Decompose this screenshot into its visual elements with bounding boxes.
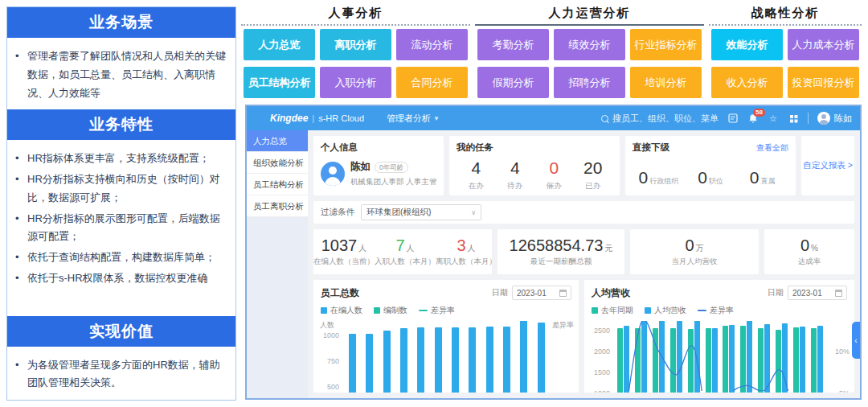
- task-label: 待办: [496, 181, 535, 191]
- collapse-drawer-handle[interactable]: ‹: [852, 322, 860, 359]
- bar-group[interactable]: [706, 328, 718, 393]
- global-search[interactable]: 搜员工、组织、职位、菜单: [601, 113, 719, 125]
- bar-group[interactable]: [349, 334, 356, 393]
- task-stat[interactable]: 4在办: [457, 158, 496, 191]
- legend-item[interactable]: 在编人数: [321, 305, 362, 316]
- user-menu[interactable]: 陈如: [817, 112, 852, 125]
- sidebar-item[interactable]: 人力总览: [247, 130, 308, 152]
- bar: [811, 328, 817, 393]
- bar-group[interactable]: [811, 326, 823, 393]
- sidebar-item[interactable]: 员工结构分析: [247, 174, 308, 195]
- bar: [383, 331, 391, 393]
- date-picker[interactable]: 2023-01: [512, 286, 571, 300]
- task-stat[interactable]: 0催办: [534, 158, 574, 191]
- analysis-group-title: 人事分析: [241, 3, 470, 26]
- kpi-stat: 7人入职人数（本月）: [375, 236, 436, 267]
- sidebar-item[interactable]: 组织效能分析: [247, 152, 308, 174]
- notification-badge: 58: [753, 109, 765, 117]
- bar-group[interactable]: [538, 323, 545, 393]
- org-filter-select[interactable]: 环球集团(根组织) ∨: [361, 204, 481, 220]
- kpi-value: 1037: [321, 236, 358, 254]
- kpi-card: 12658854.73元最近一期薪酬总额: [497, 229, 624, 274]
- analysis-button[interactable]: 招聘分析: [554, 67, 625, 98]
- analysis-button[interactable]: 员工结构分析: [244, 67, 315, 98]
- bar-group[interactable]: [366, 334, 373, 393]
- bar: [486, 327, 493, 393]
- bar-group[interactable]: [723, 325, 735, 393]
- task-stat[interactable]: 20已办: [574, 158, 613, 191]
- employee-name: 陈如: [350, 160, 371, 174]
- analysis-button[interactable]: 合同分析: [396, 67, 468, 98]
- bar-group[interactable]: [653, 321, 665, 393]
- favorite-star-icon[interactable]: ☆: [768, 113, 779, 124]
- bar-group[interactable]: [520, 321, 527, 393]
- kpi-unit: 人: [407, 244, 415, 253]
- analysis-button[interactable]: 培训分析: [630, 67, 702, 98]
- notification-bell-icon[interactable]: 58: [747, 113, 759, 124]
- bullet-icon: •: [15, 269, 27, 288]
- view-all-link[interactable]: 查看全部: [756, 142, 788, 154]
- analysis-button[interactable]: 行业指标分析: [630, 29, 702, 60]
- task-stat[interactable]: 4待办: [496, 158, 535, 191]
- bar-group[interactable]: [670, 321, 682, 393]
- bar-group[interactable]: [776, 323, 788, 393]
- bar-group[interactable]: [383, 331, 391, 393]
- task-count: 0: [534, 158, 574, 178]
- bar: [520, 321, 527, 393]
- workbench-icon[interactable]: [727, 113, 739, 124]
- dashboard-screenshot: Kingdee | s-HR Cloud 管理者分析 ▼ 搜员工、组织、职位、菜…: [245, 105, 862, 400]
- legend-item[interactable]: 去年同期: [592, 305, 633, 316]
- legend-item[interactable]: 人均营收: [645, 305, 686, 316]
- subordinate-count: 0: [638, 168, 648, 187]
- bullet-item: •HR指标体系更丰富，支持系统级配置；: [15, 150, 227, 168]
- bar-group[interactable]: [688, 321, 700, 393]
- analysis-button[interactable]: 入职分析: [320, 67, 391, 98]
- analysis-button[interactable]: 离职分析: [320, 29, 391, 60]
- analysis-button[interactable]: 收入分析: [711, 67, 783, 98]
- bar-group[interactable]: [469, 327, 476, 393]
- apps-grid-icon[interactable]: [788, 113, 799, 124]
- kpi-card: 1037人在编人数（当前）7人入职人数（本月）3人离职人数（本月）: [313, 229, 492, 274]
- analysis-button[interactable]: 效能分析: [711, 29, 783, 60]
- date-picker[interactable]: 2023-01: [788, 286, 847, 300]
- kpi-label: 入职人数（本月）: [375, 257, 436, 267]
- analysis-button[interactable]: 绩效分析: [554, 29, 625, 60]
- analysis-group: 人力运营分析考勤分析绩效分析行业指标分析假期分析招聘分析培训分析: [475, 3, 704, 101]
- bullet-text: 依托于查询结构配置，构建数据库简单；: [27, 249, 215, 267]
- avatar: [817, 112, 830, 125]
- y2-axis-tick: 10%: [835, 347, 850, 356]
- legend-item[interactable]: 差异率: [698, 305, 734, 316]
- bar-group[interactable]: [635, 321, 647, 393]
- direct-reports-title: 直接下级: [633, 142, 669, 154]
- bar-group[interactable]: [758, 324, 770, 393]
- analysis-button[interactable]: 投资回报分析: [788, 67, 859, 98]
- sidebar-item[interactable]: 员工离职分析: [247, 195, 308, 217]
- bar-group[interactable]: [452, 327, 459, 393]
- bar-group[interactable]: [503, 327, 510, 393]
- bar-group[interactable]: [617, 326, 629, 393]
- subordinate-stat: 0行政组织: [633, 168, 685, 187]
- chart-title: 人均营收: [592, 286, 630, 300]
- bar-group[interactable]: [793, 327, 805, 393]
- bar-group[interactable]: [417, 327, 424, 393]
- analysis-button[interactable]: 考勤分析: [477, 29, 549, 60]
- kpi-unit: 人: [468, 244, 476, 253]
- bar-group[interactable]: [400, 328, 407, 393]
- chart-title: 员工总数: [321, 286, 359, 300]
- analysis-button[interactable]: 流动分析: [396, 29, 468, 60]
- custom-report-link[interactable]: 自定义报表 >: [803, 160, 853, 171]
- bar-group[interactable]: [435, 327, 442, 393]
- analysis-button[interactable]: 人力总览: [244, 29, 315, 60]
- legend-item[interactable]: 差异率: [419, 305, 455, 316]
- legend-line-swatch: [698, 310, 706, 311]
- kpi-stat: 3人离职人数（本月）: [436, 236, 497, 267]
- nav-menu-manager-analysis[interactable]: 管理者分析 ▼: [387, 113, 440, 125]
- analysis-button[interactable]: 人力成本分析: [788, 29, 859, 60]
- bar-group[interactable]: [486, 327, 493, 393]
- legend-item[interactable]: 编制数: [374, 305, 407, 316]
- bar-group[interactable]: [740, 321, 752, 393]
- y2-axis-tick: 5%: [839, 389, 850, 393]
- task-count: 4: [496, 158, 535, 178]
- analysis-button[interactable]: 假期分析: [477, 67, 549, 98]
- bar: [817, 326, 823, 393]
